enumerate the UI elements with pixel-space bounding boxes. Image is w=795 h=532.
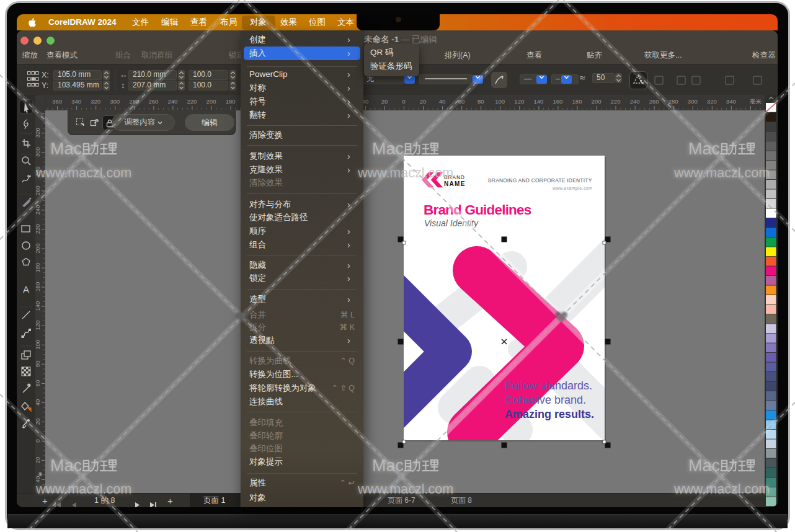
svg-text:60: 60 <box>35 380 41 387</box>
svg-text:80: 80 <box>477 98 484 105</box>
svg-text:320: 320 <box>707 98 717 105</box>
svg-text:120: 120 <box>514 98 524 105</box>
svg-text:240: 240 <box>35 205 41 215</box>
svg-text:40: 40 <box>35 399 41 406</box>
svg-text:60: 60 <box>458 98 465 105</box>
svg-text:260: 260 <box>148 98 158 105</box>
svg-text:340: 340 <box>71 98 81 105</box>
svg-text:280: 280 <box>668 98 678 105</box>
svg-text:Follow standards.: Follow standards. <box>505 379 592 392</box>
svg-text:160: 160 <box>35 282 41 292</box>
svg-text:240: 240 <box>167 98 177 105</box>
svg-text:300: 300 <box>110 98 120 105</box>
svg-text:320: 320 <box>35 128 41 138</box>
svg-text:Amazing results.: Amazing results. <box>505 408 594 420</box>
svg-text:200: 200 <box>592 98 602 105</box>
svg-text:360: 360 <box>52 98 62 105</box>
svg-text:320: 320 <box>91 98 100 105</box>
svg-text:0: 0 <box>402 98 405 105</box>
svg-text:200: 200 <box>35 244 41 254</box>
svg-text:220: 220 <box>35 224 41 234</box>
svg-text:140: 140 <box>533 98 543 105</box>
svg-text:Brand Guidelines: Brand Guidelines <box>424 202 531 218</box>
svg-text:240: 240 <box>630 98 640 105</box>
svg-text:毫米: 毫米 <box>750 98 762 105</box>
svg-text:Cohesive brand.: Cohesive brand. <box>505 394 586 406</box>
svg-text:A: A <box>23 284 29 295</box>
svg-text:20: 20 <box>420 98 427 105</box>
svg-text:40: 40 <box>439 98 446 105</box>
svg-text:220: 220 <box>187 98 197 105</box>
svg-text:20: 20 <box>381 98 388 105</box>
svg-text:❋: ❋ <box>38 471 43 477</box>
svg-text:180: 180 <box>226 98 236 105</box>
svg-text:340: 340 <box>726 98 736 105</box>
svg-text:120: 120 <box>35 321 41 330</box>
svg-text:100: 100 <box>35 340 41 350</box>
svg-text:BRANDING AND CORPORATE IDENTIT: BRANDING AND CORPORATE IDENTITY <box>488 177 592 184</box>
svg-text:180: 180 <box>35 263 41 273</box>
svg-text:NAME: NAME <box>444 180 466 187</box>
svg-text:300: 300 <box>688 98 698 105</box>
svg-text:300: 300 <box>35 147 41 157</box>
svg-text:www.example.com: www.example.com <box>552 186 592 191</box>
svg-text:160: 160 <box>553 98 562 105</box>
svg-text:280: 280 <box>129 98 139 105</box>
svg-text:260: 260 <box>649 98 659 105</box>
svg-text:140: 140 <box>35 301 41 311</box>
svg-text:20: 20 <box>35 419 41 425</box>
svg-text:0: 0 <box>35 439 41 442</box>
svg-text:100: 100 <box>495 98 505 105</box>
svg-text:80: 80 <box>35 361 41 368</box>
svg-text:20: 20 <box>35 457 41 464</box>
svg-text:200: 200 <box>207 98 216 105</box>
svg-text:180: 180 <box>572 98 582 105</box>
svg-text:260: 260 <box>35 185 41 195</box>
svg-text:220: 220 <box>611 98 621 105</box>
